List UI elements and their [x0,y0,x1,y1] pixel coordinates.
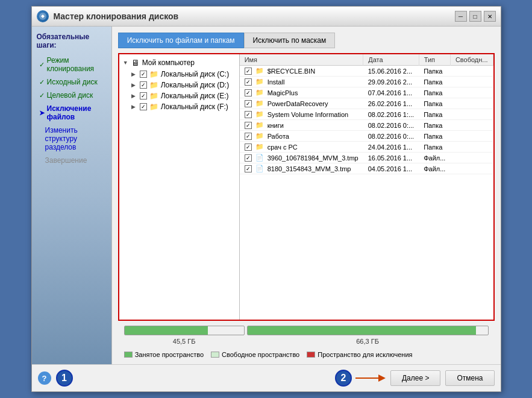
file-icon: 📁 [255,78,264,86]
table-row[interactable]: ✓ 📁 Install 29.09.2016 2... Папка [240,77,493,87]
table-row[interactable]: ✓ 📄 8180_3154843_MVM_3.tmp 04.05.2016 1.… [240,163,493,174]
file-icon: 📁 [255,89,264,96]
file-checkbox[interactable]: ✓ [245,100,252,107]
tab-files[interactable]: Исключить по файлам и папкам [118,33,244,48]
file-checkbox[interactable]: ✓ [245,111,252,118]
file-icon: 📁 [255,121,264,129]
table-row[interactable]: ✓ 📁 $RECYCLE.BIN 15.06.2016 2... Папка [240,66,493,77]
file-name-cell: ✓ 📁 MagicPlus [240,87,363,98]
checkbox-e[interactable]: ✓ [140,92,147,100]
file-name-cell: ✓ 📄 8180_3154843_MVM_3.tmp [240,163,363,174]
checkbox-c[interactable]: ✓ [140,71,147,78]
file-free-cell [450,131,493,142]
file-checkbox[interactable]: ✓ [245,122,252,129]
file-checkbox[interactable]: ✓ [245,89,252,96]
file-date-cell: 16.05.2016 1... [363,153,419,163]
file-free-cell [450,77,493,87]
help-button[interactable]: ? [38,371,51,385]
tab-masks[interactable]: Исключить по маскам [244,33,336,48]
file-date-cell: 29.09.2016 2... [363,77,419,87]
tree-item-c[interactable]: ▶ ✓ 📁 Локальный диск (C:) [119,69,239,80]
tree-arrow-c: ▶ [131,71,137,77]
tree-root-item[interactable]: ▼ 🖥 Мой компьютер [119,57,239,69]
file-name-cell: ✓ 📁 срач с РС [240,142,363,153]
file-name-cell: ✓ 📁 книги [240,120,363,131]
checkbox-f[interactable]: ✓ [140,103,147,110]
sidebar-item-mode[interactable]: ✓ Режим клонирования [37,54,107,75]
tree-item-f[interactable]: ▶ ✓ 📁 Локальный диск (F:) [119,101,239,112]
cancel-button[interactable]: Отмена [445,370,494,386]
legend-occupied-label: Занятое пространство [135,351,204,358]
bottom-bar: ? 1 2 Далее > Отмена [32,364,501,391]
window-title: Мастер клонирования дисков [54,11,179,21]
file-date-cell: 08.02.2016 1:... [363,109,419,120]
split-panel: ▼ 🖥 Мой компьютер ▶ ✓ 📁 Локальный диск (… [118,53,495,321]
table-row[interactable]: ✓ 📄 3960_106781984_MVM_3.tmp 16.05.2016 … [240,153,493,163]
file-name-cell: ✓ 📁 PowerDataRecovery [240,98,363,109]
table-row[interactable]: ✓ 📁 PowerDataRecovery 26.02.2016 1... Па… [240,98,493,109]
right-size-label: 66,3 ГБ [247,338,489,345]
file-type-cell: Файл... [419,163,450,174]
check-icon-mode: ✓ [39,61,45,69]
file-type-cell: Папка [419,109,450,120]
file-checkbox[interactable]: ✓ [245,165,252,172]
file-free-cell [450,109,493,120]
folder-icon-d: 📁 [149,81,158,89]
tree-label-f: Локальный диск (F:) [161,103,228,111]
tree-panel: ▼ 🖥 Мой компьютер ▶ ✓ 📁 Локальный диск (… [119,54,240,320]
file-name-cell: ✓ 📁 $RECYCLE.BIN [240,66,363,77]
file-checkbox[interactable]: ✓ [245,144,252,151]
legend-free-label: Свободное пространство [222,351,299,358]
file-checkbox[interactable]: ✓ [245,68,252,75]
file-checkbox[interactable]: ✓ [245,133,252,140]
sidebar-item-structure[interactable]: Изменить структуру разделов [43,124,107,153]
occupied-swatch [124,352,133,358]
file-name-cell: ✓ 📁 System Volume Information [240,109,363,120]
file-icon: 📁 [255,132,264,140]
file-name-cell: ✓ 📄 3960_106781984_MVM_3.tmp [240,153,363,163]
file-icon: 📄 [255,154,264,162]
table-row[interactable]: ✓ 📁 книги 08.02.2016 0:... Папка [240,120,493,131]
sidebar-label-mode: Режим клонирования [47,56,104,73]
file-date-cell: 04.05.2016 1... [363,163,419,174]
next-button[interactable]: Далее > [390,370,441,386]
tree-expand-icon: ▼ [123,60,129,66]
table-row[interactable]: ✓ 📁 Работа 08.02.2016 0:... Папка [240,131,493,142]
tree-label-e: Локальный диск (E:) [161,92,229,100]
free-swatch [211,352,219,358]
badge-2: 2 [335,370,352,387]
maximize-button[interactable]: □ [469,11,481,22]
file-type-cell: Папка [419,66,450,77]
folder-icon-c: 📁 [149,70,158,78]
badge-2-area: 2 [335,370,386,387]
table-row[interactable]: ✓ 📁 срач с РС 24.04.2016 1... Папка [240,142,493,153]
tree-item-e[interactable]: ▶ ✓ 📁 Локальный диск (E:) [119,90,239,101]
bottom-left: ? 1 [38,370,73,387]
tree-arrow-f: ▶ [131,104,137,110]
file-checkbox[interactable]: ✓ [245,78,252,86]
sidebar-item-source[interactable]: ✓ Исходный диск [37,76,107,88]
title-controls: ─ □ ✕ [455,11,496,22]
tree-item-d[interactable]: ▶ ✓ 📁 Локальный диск (D:) [119,80,239,90]
file-name-cell: ✓ 📁 Install [240,77,363,87]
file-name: Install [268,78,285,86]
arrow-annotation-svg [355,371,386,385]
file-checkbox[interactable]: ✓ [245,154,252,162]
sidebar-label-target: Целевой диск [47,91,93,100]
table-row[interactable]: ✓ 📁 MagicPlus 07.04.2016 1... Папка [240,87,493,98]
sidebar-item-exclude[interactable]: ➤ Исключение файлов [37,103,107,123]
file-icon: 📁 [255,67,264,75]
minimize-button[interactable]: ─ [455,11,467,22]
check-icon-source: ✓ [39,78,45,86]
table-row[interactable]: ✓ 📁 System Volume Information 08.02.2016… [240,109,493,120]
checkbox-d[interactable]: ✓ [140,81,147,89]
file-icon: 📄 [255,165,264,172]
progress-labels: 45,5 ГБ 66,3 ГБ [124,338,489,345]
sidebar-label-finish: Завершение [45,156,87,165]
app-icon [37,10,49,22]
legend-row: Занятое пространство Свободное пространс… [118,351,495,358]
file-name: 3960_106781984_MVM_3.tmp [268,154,358,162]
sidebar-item-target[interactable]: ✓ Целевой диск [37,89,107,101]
close-button[interactable]: ✕ [484,11,496,22]
file-free-cell [450,120,493,131]
